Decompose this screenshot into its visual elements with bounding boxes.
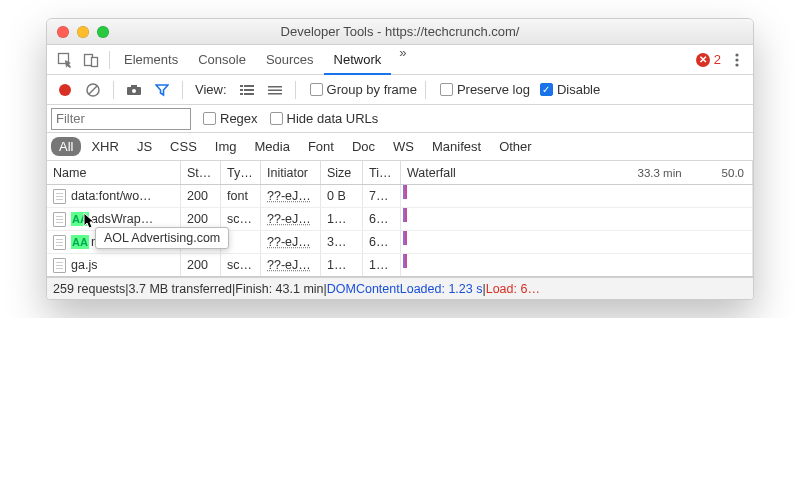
separator (182, 81, 183, 99)
tab-network[interactable]: Network (324, 45, 392, 75)
type-pill-other[interactable]: Other (491, 137, 540, 156)
tabs-overflow-button[interactable]: » (391, 45, 414, 74)
network-toolbar: View: Group by frame Preserve log Disabl… (47, 75, 753, 105)
svg-point-5 (735, 63, 738, 66)
svg-rect-19 (268, 93, 282, 95)
tab-console[interactable]: Console (188, 45, 256, 74)
svg-line-7 (89, 86, 97, 94)
filter-row: Regex Hide data URLs (47, 105, 753, 133)
col-name[interactable]: Name (47, 161, 181, 184)
type-pill-doc[interactable]: Doc (344, 137, 383, 156)
device-toolbar-icon[interactable] (79, 48, 103, 72)
window-close-button[interactable] (57, 26, 69, 38)
status-bar: 259 requests | 3.7 MB transferred | Fini… (47, 277, 753, 299)
file-icon (53, 189, 66, 204)
svg-rect-13 (240, 89, 243, 91)
devtools-window: Developer Tools - https://techcrunch.com… (46, 18, 754, 300)
type-pill-xhr[interactable]: XHR (83, 137, 126, 156)
disable-cache-checkbox[interactable]: Disable (540, 82, 600, 97)
filter-toggle-icon[interactable] (150, 79, 174, 101)
clear-button[interactable] (81, 79, 105, 101)
window-title: Developer Tools - https://techcrunch.com… (47, 24, 753, 39)
separator (109, 51, 110, 69)
capture-screenshots-icon[interactable] (122, 79, 146, 101)
grid-body: data:font/wo… 200 font ??-eJ… 0 B 7… AAa… (47, 185, 753, 277)
svg-rect-2 (92, 57, 98, 66)
svg-rect-16 (244, 93, 254, 95)
preserve-log-checkbox[interactable]: Preserve log (440, 82, 530, 97)
svg-rect-9 (131, 85, 137, 88)
type-pill-media[interactable]: Media (246, 137, 297, 156)
separator (113, 81, 114, 99)
svg-rect-14 (244, 89, 254, 91)
type-pill-all[interactable]: All (51, 137, 81, 156)
aa-badge: AA (71, 212, 89, 226)
col-waterfall[interactable]: Waterfall 33.3 min50.0 (401, 161, 753, 184)
type-pill-js[interactable]: JS (129, 137, 160, 156)
tooltip: AOL Advertising.com (95, 227, 229, 249)
window-zoom-button[interactable] (97, 26, 109, 38)
view-small-icon[interactable] (263, 79, 287, 101)
record-button[interactable] (53, 79, 77, 101)
col-size[interactable]: Size (321, 161, 363, 184)
type-filter-row: All XHR JS CSS Img Media Font Doc WS Man… (47, 133, 753, 161)
file-icon (53, 212, 66, 227)
svg-point-3 (735, 53, 738, 56)
initiator-link[interactable]: ??-eJ… (267, 235, 311, 249)
col-status[interactable]: St… (181, 161, 221, 184)
view-label: View: (195, 82, 227, 97)
separator (295, 81, 296, 99)
type-pill-font[interactable]: Font (300, 137, 342, 156)
inspect-element-icon[interactable] (53, 48, 77, 72)
col-time[interactable]: Ti… (363, 161, 401, 184)
hide-data-urls-checkbox[interactable]: Hide data URLs (270, 111, 379, 126)
filter-input[interactable] (51, 108, 191, 130)
file-icon (53, 258, 66, 273)
error-count[interactable]: ✕ 2 (696, 52, 721, 67)
tab-sources[interactable]: Sources (256, 45, 324, 74)
initiator-link[interactable]: ??-eJ… (267, 189, 311, 203)
tab-elements[interactable]: Elements (114, 45, 188, 74)
type-pill-manifest[interactable]: Manifest (424, 137, 489, 156)
type-pill-css[interactable]: CSS (162, 137, 205, 156)
svg-rect-18 (268, 89, 282, 91)
separator (425, 81, 426, 99)
regex-checkbox[interactable]: Regex (203, 111, 258, 126)
table-row[interactable]: data:font/wo… 200 font ??-eJ… 0 B 7… (47, 185, 753, 208)
window-minimize-button[interactable] (77, 26, 89, 38)
svg-point-10 (132, 89, 136, 93)
type-pill-ws[interactable]: WS (385, 137, 422, 156)
col-type[interactable]: Ty… (221, 161, 261, 184)
col-initiator[interactable]: Initiator (261, 161, 321, 184)
file-icon (53, 235, 66, 250)
panel-tabbar: Elements Console Sources Network » ✕ 2 (47, 45, 753, 75)
svg-point-4 (735, 58, 738, 61)
initiator-link[interactable]: ??-eJ… (267, 212, 311, 226)
dcl-metric: DOMContentLoaded: 1.23 s (327, 282, 483, 296)
svg-rect-17 (268, 86, 282, 88)
settings-menu-button[interactable] (727, 53, 747, 67)
titlebar[interactable]: Developer Tools - https://techcrunch.com… (47, 19, 753, 45)
error-count-value: 2 (714, 52, 721, 67)
load-metric: Load: 6… (486, 282, 540, 296)
timeline-ruler: 33.3 min50.0 (638, 161, 753, 184)
error-icon: ✕ (696, 53, 710, 67)
svg-rect-12 (244, 85, 254, 87)
svg-rect-15 (240, 93, 243, 95)
view-large-icon[interactable] (235, 79, 259, 101)
aa-badge: AA (71, 235, 89, 249)
grid-header: Name St… Ty… Initiator Size Ti… Waterfal… (47, 161, 753, 185)
svg-rect-11 (240, 85, 243, 87)
initiator-link[interactable]: ??-eJ… (267, 258, 311, 272)
group-by-frame-checkbox[interactable]: Group by frame (310, 82, 417, 97)
type-pill-img[interactable]: Img (207, 137, 245, 156)
table-row[interactable]: ga.js 200 sc… ??-eJ… 1… 1… (47, 254, 753, 277)
